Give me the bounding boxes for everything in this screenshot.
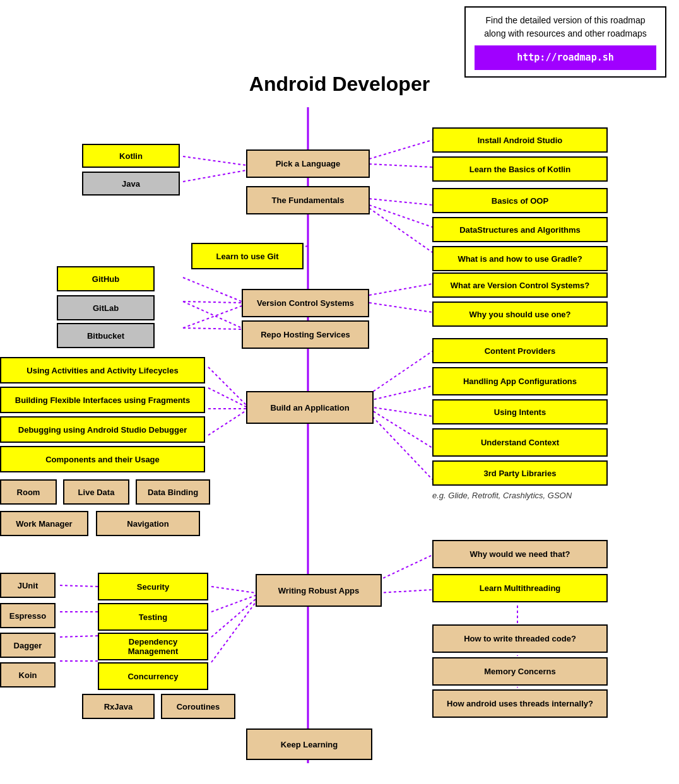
svg-line-26 bbox=[211, 599, 256, 637]
room-node: Room bbox=[0, 479, 57, 505]
svg-line-4 bbox=[369, 199, 432, 205]
keep-learning-node: Keep Learning bbox=[246, 728, 372, 760]
svg-line-10 bbox=[183, 306, 242, 328]
install-android-studio-node: Install Android Studio bbox=[432, 127, 608, 153]
page-title: Android Developer bbox=[249, 73, 430, 96]
svg-line-6 bbox=[369, 208, 432, 252]
writing-robust-apps-node: Writing Robust Apps bbox=[256, 574, 382, 607]
testing-node: Testing bbox=[98, 603, 208, 631]
using-intents-node: Using Intents bbox=[432, 399, 608, 424]
svg-line-23 bbox=[369, 413, 432, 479]
svg-line-11 bbox=[369, 284, 432, 295]
live-data-node: Live Data bbox=[63, 479, 129, 505]
security-node: Security bbox=[98, 573, 208, 600]
repo-hosting-node: Repo Hosting Services bbox=[242, 320, 369, 349]
data-structures-node: DataStructures and Algorithms bbox=[432, 217, 608, 242]
android-threads-node: How android uses threads internally? bbox=[432, 689, 608, 718]
junit-node: JUnit bbox=[0, 573, 56, 598]
fundamentals-node: The Fundamentals bbox=[246, 186, 370, 214]
coroutines-node: Coroutines bbox=[161, 694, 235, 719]
handling-app-configs-node: Handling App Configurations bbox=[432, 367, 608, 395]
gradle-node: What is and how to use Gradle? bbox=[432, 246, 608, 271]
svg-line-33 bbox=[379, 590, 432, 593]
pick-language-node: Pick a Language bbox=[246, 149, 370, 178]
github-node: GitHub bbox=[57, 266, 155, 291]
third-party-libraries-node: 3rd Party Libraries bbox=[432, 460, 608, 486]
navigation-node: Navigation bbox=[96, 511, 200, 536]
dagger-node: Dagger bbox=[0, 633, 56, 658]
memory-concerns-node: Memory Concerns bbox=[432, 657, 608, 686]
svg-line-22 bbox=[369, 409, 432, 448]
build-application-node: Build an Application bbox=[246, 391, 374, 424]
java-node: Java bbox=[82, 172, 180, 196]
basics-oop-node: Basics of OOP bbox=[432, 188, 608, 213]
svg-line-30 bbox=[60, 636, 98, 637]
why-use-one-node: Why you should use one? bbox=[432, 301, 608, 327]
svg-line-3 bbox=[369, 164, 432, 167]
why-need-node: Why would we need that? bbox=[432, 540, 608, 568]
svg-line-28 bbox=[60, 585, 98, 587]
svg-line-12 bbox=[369, 303, 432, 312]
svg-line-0 bbox=[183, 156, 246, 165]
debugging-node: Debugging using Android Studio Debugger bbox=[0, 416, 205, 443]
svg-line-8 bbox=[183, 278, 242, 301]
rxjava-node: RxJava bbox=[82, 694, 155, 719]
work-manager-node: Work Manager bbox=[0, 511, 88, 536]
dependency-management-node: Dependency Management bbox=[98, 633, 208, 660]
third-party-note: e.g. Glide, Retrofit, Crashlytics, GSON bbox=[432, 491, 572, 500]
content-providers-node: Content Providers bbox=[432, 338, 608, 363]
svg-line-5 bbox=[369, 205, 432, 227]
svg-line-9 bbox=[183, 301, 242, 303]
understand-context-node: Understand Context bbox=[432, 428, 608, 457]
threaded-code-node: How to write threaded code? bbox=[432, 624, 608, 653]
svg-line-20 bbox=[369, 386, 432, 401]
espresso-node: Espresso bbox=[0, 603, 56, 628]
svg-line-13 bbox=[183, 301, 242, 328]
components-node: Components and their Usage bbox=[0, 446, 205, 472]
svg-line-16 bbox=[208, 388, 246, 407]
svg-line-1 bbox=[183, 170, 246, 182]
svg-line-18 bbox=[208, 411, 246, 435]
koin-node: Koin bbox=[0, 662, 56, 687]
svg-line-32 bbox=[379, 555, 432, 580]
svg-line-15 bbox=[208, 367, 246, 405]
roadmap-link[interactable]: http://roadmap.sh bbox=[475, 45, 656, 70]
learn-multithreading-node: Learn Multithreading bbox=[432, 574, 608, 602]
using-activities-node: Using Activities and Activity Lifecycles bbox=[0, 357, 205, 383]
concurrency-node: Concurrency bbox=[98, 662, 208, 690]
building-flexible-node: Building Flexible Interfaces using Fragm… bbox=[0, 387, 205, 413]
learn-git-node: Learn to use Git bbox=[191, 243, 304, 269]
svg-line-21 bbox=[369, 407, 432, 416]
info-box-text: Find the detailed version of this roadma… bbox=[475, 14, 656, 40]
svg-line-27 bbox=[211, 602, 256, 662]
svg-line-19 bbox=[369, 351, 432, 394]
svg-line-25 bbox=[211, 595, 256, 612]
svg-line-24 bbox=[211, 587, 256, 593]
svg-line-2 bbox=[369, 140, 432, 159]
data-binding-node: Data Binding bbox=[136, 479, 210, 505]
kotlin-node: Kotlin bbox=[82, 144, 180, 168]
svg-line-14 bbox=[183, 328, 242, 329]
learn-basics-kotlin-node: Learn the Basics of Kotlin bbox=[432, 156, 608, 182]
bitbucket-node: Bitbucket bbox=[57, 323, 155, 348]
info-box: Find the detailed version of this roadma… bbox=[464, 6, 666, 78]
vcs-node: Version Control Systems bbox=[242, 289, 369, 317]
what-are-vcs-node: What are Version Control Systems? bbox=[432, 272, 608, 298]
gitlab-node: GitLab bbox=[57, 295, 155, 320]
